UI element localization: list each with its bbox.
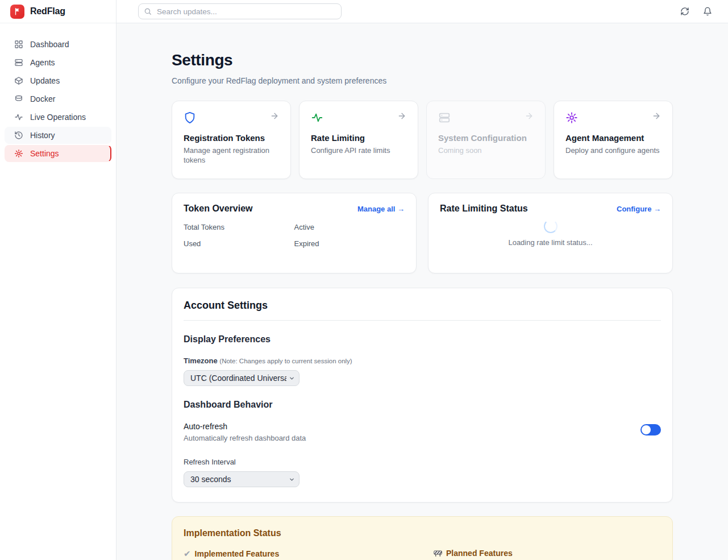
sidebar-item-label: Agents: [30, 58, 55, 67]
panel-title: Token Overview: [184, 204, 253, 214]
gear-icon: [14, 149, 23, 158]
brand-header: RedFlag: [0, 0, 116, 23]
overview-panels: Token Overview Manage all → Total Tokens…: [172, 193, 673, 273]
timezone-note: (Note: Changes apply to current session …: [219, 358, 352, 364]
refresh-interval-select-value: 30 seconds: [190, 475, 286, 484]
bell-icon[interactable]: [703, 7, 712, 16]
card-description: Configure API rate limits: [311, 146, 406, 156]
dashboard-behavior-title: Dashboard Behavior: [184, 400, 661, 410]
implementation-status-panel: Implementation Status ✔ Implemented Feat…: [172, 516, 673, 560]
docker-icon: [14, 94, 23, 103]
activity-icon: [311, 111, 323, 124]
account-settings-card: Account Settings Display Preferences Tim…: [172, 288, 673, 503]
sidebar-item-updates[interactable]: Updates: [5, 72, 111, 89]
planned-features-column: Planned Features System configuration ma…: [434, 549, 661, 560]
card-agent-management[interactable]: Agent Management Deploy and configure ag…: [554, 101, 673, 179]
stat-label-total-tokens: Total Tokens: [184, 223, 294, 231]
dashboard-icon: [14, 40, 23, 49]
auto-refresh-label: Auto-refresh: [184, 422, 306, 431]
sidebar-item-label: Docker: [30, 94, 55, 103]
card-title: Registration Tokens: [184, 133, 279, 143]
shield-icon: [184, 111, 196, 124]
timezone-select-value: UTC (Coordinated Universal Time): [190, 374, 286, 383]
card-title: Agent Management: [565, 133, 661, 143]
sidebar-item-label: History: [30, 131, 55, 140]
activity-icon: [14, 113, 23, 122]
sidebar: RedFlag Dashboard Agents: [0, 0, 117, 560]
content-scroll[interactable]: Settings Configure your RedFlag deployme…: [117, 23, 728, 560]
sidebar-item-settings[interactable]: Settings: [5, 145, 111, 162]
card-rate-limiting[interactable]: Rate Limiting Configure API rate limits: [299, 101, 418, 179]
topbar: [117, 0, 728, 23]
stat-label-expired: Expired: [294, 239, 405, 248]
timezone-select[interactable]: UTC (Coordinated Universal Time): [184, 370, 299, 386]
implemented-features-title: Implemented Features: [195, 549, 280, 558]
gear-icon: [565, 111, 578, 124]
quick-cards: Registration Tokens Manage agent registr…: [172, 101, 673, 179]
token-overview-panel: Token Overview Manage all → Total Tokens…: [172, 193, 417, 273]
refresh-interval-label: Refresh Interval: [184, 458, 661, 466]
stat-label-active: Active: [294, 223, 405, 231]
card-system-configuration: System Configuration Coming soon: [426, 101, 546, 179]
main-area: Settings Configure your RedFlag deployme…: [117, 0, 728, 560]
sidebar-item-label: Dashboard: [30, 40, 69, 49]
construction-icon: [434, 550, 442, 557]
sidebar-nav: Dashboard Agents Updates: [0, 23, 116, 162]
page-title: Settings: [172, 51, 673, 69]
card-title: Rate Limiting: [311, 133, 406, 143]
arrow-right-icon: [525, 111, 534, 121]
implementation-status-title: Implementation Status: [184, 528, 661, 538]
redflag-logo-icon: [10, 5, 24, 19]
search-input[interactable]: [138, 3, 342, 19]
sidebar-item-label: Settings: [30, 149, 59, 158]
card-title: System Configuration: [438, 133, 534, 143]
card-registration-tokens[interactable]: Registration Tokens Manage agent registr…: [172, 101, 291, 179]
search-wrap: [138, 3, 342, 19]
timezone-label: Timezone: [184, 356, 218, 365]
auto-refresh-description: Automatically refresh dashboard data: [184, 434, 306, 442]
arrow-right-icon: [270, 111, 279, 121]
refresh-icon[interactable]: [680, 7, 689, 16]
history-icon: [14, 131, 23, 140]
toggle-knob: [642, 425, 651, 434]
sidebar-item-label: Updates: [30, 76, 60, 85]
auto-refresh-toggle[interactable]: [640, 424, 661, 435]
rate-limiting-status-panel: Rate Limiting Status Configure → Loading…: [428, 193, 673, 273]
sidebar-item-label: Live Operations: [30, 113, 86, 122]
page-subtitle: Configure your RedFlag deployment and sy…: [172, 76, 673, 85]
package-icon: [14, 76, 23, 85]
account-settings-title: Account Settings: [184, 300, 661, 321]
server-icon: [438, 111, 451, 124]
implemented-features-column: ✔ Implemented Features Registration toke…: [184, 549, 411, 560]
loading-spinner-icon: [544, 219, 558, 233]
card-description: Deploy and configure agents: [565, 146, 661, 156]
stat-label-used: Used: [184, 239, 294, 248]
chevron-down-icon: [289, 375, 295, 381]
configure-link[interactable]: Configure →: [617, 205, 661, 213]
sidebar-item-dashboard[interactable]: Dashboard: [5, 36, 111, 53]
agents-icon: [14, 58, 23, 67]
refresh-interval-select[interactable]: 30 seconds: [184, 471, 299, 487]
display-preferences-title: Display Preferences: [184, 334, 661, 345]
brand-name: RedFlag: [30, 6, 65, 16]
sidebar-item-agents[interactable]: Agents: [5, 54, 111, 71]
planned-features-title: Planned Features: [446, 549, 513, 558]
sidebar-item-live-operations[interactable]: Live Operations: [5, 109, 111, 126]
arrow-right-icon: [397, 111, 406, 121]
chevron-down-icon: [289, 476, 295, 483]
loading-text: Loading rate limit status...: [508, 238, 592, 247]
arrow-right-icon: [652, 111, 661, 121]
card-description: Coming soon: [438, 146, 534, 156]
sidebar-item-docker[interactable]: Docker: [5, 90, 111, 107]
card-description: Manage agent registration tokens: [184, 146, 279, 165]
sidebar-item-history[interactable]: History: [5, 127, 111, 144]
panel-title: Rate Limiting Status: [440, 204, 528, 214]
check-icon: ✔: [184, 549, 191, 559]
manage-all-link[interactable]: Manage all →: [357, 205, 405, 213]
